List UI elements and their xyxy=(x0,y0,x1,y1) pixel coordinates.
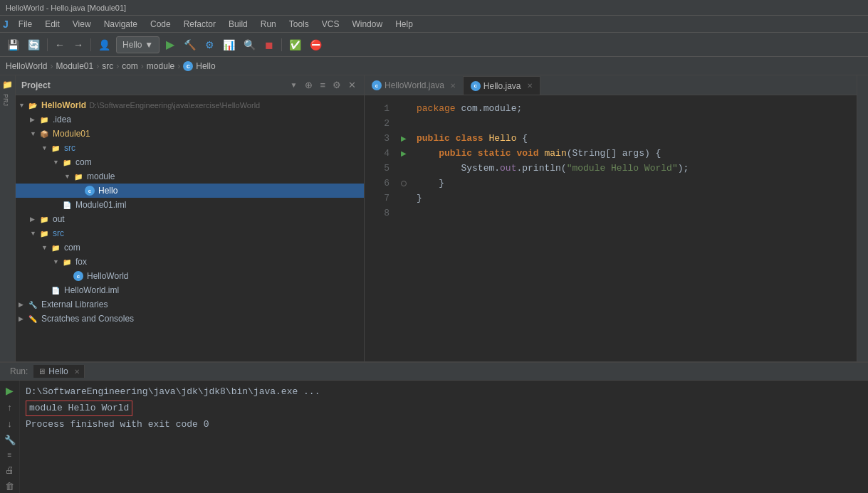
sidebar-collapse-btn[interactable]: ≡ xyxy=(318,79,328,91)
menu-tools[interactable]: Tools xyxy=(283,18,315,31)
menu-run[interactable]: Run xyxy=(255,18,282,31)
menu-navigate[interactable]: Navigate xyxy=(98,18,143,31)
src-icon-root: 📁 xyxy=(38,228,50,239)
tree-item-ext-libs[interactable]: ▶ 🔧 External Libraries xyxy=(16,297,364,312)
title-bar: HelloWorld - Hello.java [Module01] xyxy=(0,0,868,16)
folder-icon-idea: 📁 xyxy=(38,114,50,125)
code-content[interactable]: package com.module; public class Hello {… xyxy=(411,95,857,361)
code-line-6: } xyxy=(417,176,857,191)
code-line-3: public class Hello { xyxy=(417,131,857,146)
tree-item-module01[interactable]: ▼ 📦 Module01 xyxy=(16,127,364,141)
menu-file[interactable]: File xyxy=(13,18,38,31)
console-settings-btn[interactable]: 🔧 xyxy=(3,433,17,447)
console-print-btn[interactable]: 🖨 xyxy=(4,463,16,477)
breadcrumb-module01[interactable]: Module01 xyxy=(56,61,93,71)
breadcrumb-module[interactable]: module xyxy=(147,61,174,71)
rebuild-btn[interactable]: ⚙ xyxy=(202,36,217,53)
java-icon-helloworld: c xyxy=(73,270,84,282)
run-config-dropdown[interactable]: Hello ▼ xyxy=(116,36,160,53)
menu-edit[interactable]: Edit xyxy=(39,18,66,31)
breadcrumb-helloworld[interactable]: HelloWorld xyxy=(6,61,47,71)
forward-btn[interactable]: → xyxy=(70,36,86,53)
bottom-tab-hello[interactable]: 🖥 Hello ✕ xyxy=(33,365,84,378)
tree-item-src-module01[interactable]: ▼ 📁 src xyxy=(16,141,364,155)
save-all-btn[interactable]: 💾 xyxy=(4,36,22,53)
sidebar-settings-btn[interactable]: ⚙ xyxy=(330,79,343,91)
tab-close-helloworld[interactable]: ✕ xyxy=(450,82,456,90)
menu-build[interactable]: Build xyxy=(223,18,253,31)
run-config-icon[interactable]: 👤 xyxy=(95,36,113,53)
tab-close-hello[interactable]: ✕ xyxy=(527,82,533,90)
console-output[interactable]: D:\SoftwareEngineering\java\jdk\jdk8\bin… xyxy=(20,381,868,493)
vcs-commit-btn[interactable]: ⛔ xyxy=(307,36,325,53)
build-btn[interactable]: 🔨 xyxy=(181,36,199,53)
bottom-tab-label-hello: Hello xyxy=(48,366,68,376)
menu-view[interactable]: View xyxy=(67,18,97,31)
tab-hellojava[interactable]: c Hello.java ✕ xyxy=(464,76,540,95)
tab-helloworldjava[interactable]: c HelloWorld.java ✕ xyxy=(365,76,464,95)
menu-code[interactable]: Code xyxy=(145,18,177,31)
code-line-8 xyxy=(417,206,857,221)
editor-area: c HelloWorld.java ✕ c Hello.java ✕ 1 2 3… xyxy=(365,75,857,361)
console-output-line: module Hello World xyxy=(26,399,862,418)
code-gutter: ▶ ▶ xyxy=(397,95,411,361)
coverage-btn[interactable]: 📊 xyxy=(220,36,238,53)
console-run-btn[interactable]: ▶ xyxy=(4,383,15,398)
bottom-tab-icon-hello: 🖥 xyxy=(38,367,46,376)
java-icon-hello: c xyxy=(84,185,95,196)
tree-item-com-module01[interactable]: ▼ 📁 com xyxy=(16,155,364,169)
tree-item-module-pkg[interactable]: ▼ 📁 module xyxy=(16,169,364,184)
run-btn[interactable]: ▶ xyxy=(162,36,178,53)
menu-help[interactable]: Help xyxy=(389,18,419,31)
breadcrumb-com[interactable]: com xyxy=(122,61,138,71)
sidebar-locate-btn[interactable]: ⊕ xyxy=(303,79,315,91)
scratches-icon: ✏️ xyxy=(27,313,38,324)
menu-window[interactable]: Window xyxy=(346,18,388,31)
tree-item-com-root[interactable]: ▼ 📁 com xyxy=(16,240,364,255)
stop-btn[interactable]: ◼ xyxy=(261,36,277,53)
code-line-7: } xyxy=(417,191,857,206)
left-edge-btn2[interactable]: PRJ xyxy=(1,92,15,107)
console-scroll-up-btn[interactable]: ↑ xyxy=(6,401,14,414)
bottom-tab-close[interactable]: ✕ xyxy=(74,368,80,376)
tree-item-helloworld-java[interactable]: c HelloWorld xyxy=(16,269,364,283)
console-clear-btn[interactable]: 🗑 xyxy=(4,479,16,493)
tree-item-helloworld-iml[interactable]: 📄 HelloWorld.iml xyxy=(16,283,364,297)
tree-item-module01-iml[interactable]: 📄 Module01.iml xyxy=(16,198,364,212)
vcs-update-btn[interactable]: ✅ xyxy=(286,36,304,53)
left-edge-btn1[interactable]: 📁 xyxy=(1,78,15,91)
run-arrow-4[interactable]: ▶ xyxy=(401,149,407,157)
sidebar-header: Project ▼ ⊕ ≡ ⚙ ✕ xyxy=(16,75,364,95)
breadcrumb-src[interactable]: src xyxy=(102,61,113,71)
console-cmd-line: D:\SoftwareEngineering\java\jdk\jdk8\bin… xyxy=(26,385,862,399)
run-arrow-3[interactable]: ▶ xyxy=(401,134,407,142)
src-icon-module01: 📁 xyxy=(50,142,61,154)
breadcrumb-hello[interactable]: Hello xyxy=(196,61,215,71)
menu-refactor[interactable]: Refactor xyxy=(178,18,221,31)
bottom-panel: Run: 🖥 Hello ✕ ▶ ↑ ↓ 🔧 ≡ 🖨 🗑 D:\Software… xyxy=(0,361,868,493)
tree-item-idea[interactable]: ▶ 📁 .idea xyxy=(16,112,364,127)
menu-vcs[interactable]: VCS xyxy=(316,18,345,31)
profiler-btn[interactable]: 🔍 xyxy=(241,36,258,53)
tab-icon-hello: c xyxy=(471,81,481,91)
pkg-icon-com: 📁 xyxy=(61,157,73,168)
dropdown-arrow-icon: ▼ xyxy=(145,40,153,50)
code-editor: 1 2 3 4 5 6 7 8 ▶ ▶ xyxy=(365,95,857,361)
console-word-wrap-btn[interactable]: ≡ xyxy=(6,450,14,460)
console-output-text: module Hello World xyxy=(26,401,132,416)
tree-item-scratches[interactable]: ▶ ✏️ Scratches and Consoles xyxy=(16,312,364,326)
tab-label-hello: Hello.java xyxy=(483,81,521,91)
console-scroll-down-btn[interactable]: ↓ xyxy=(6,417,14,430)
tree-item-fox[interactable]: ▼ 📁 fox xyxy=(16,255,364,269)
folder-icon-helloworld: 📂 xyxy=(27,100,38,111)
ext-libs-icon: 🔧 xyxy=(27,299,38,310)
tree-item-out[interactable]: ▶ 📁 out xyxy=(16,212,364,226)
tree-item-helloworld[interactable]: ▼ 📂 HelloWorld D:\SoftwareEngineering\ja… xyxy=(16,98,364,112)
breadcrumb-java-icon: c xyxy=(183,61,193,71)
sync-btn[interactable]: 🔄 xyxy=(25,36,43,53)
sidebar-close-btn[interactable]: ✕ xyxy=(346,79,358,91)
tree-item-hello-java[interactable]: c Hello xyxy=(16,184,364,198)
back-btn[interactable]: ← xyxy=(52,36,68,53)
tree-item-src-root[interactable]: ▼ 📁 src xyxy=(16,226,364,240)
run-label: Run: xyxy=(6,366,32,376)
